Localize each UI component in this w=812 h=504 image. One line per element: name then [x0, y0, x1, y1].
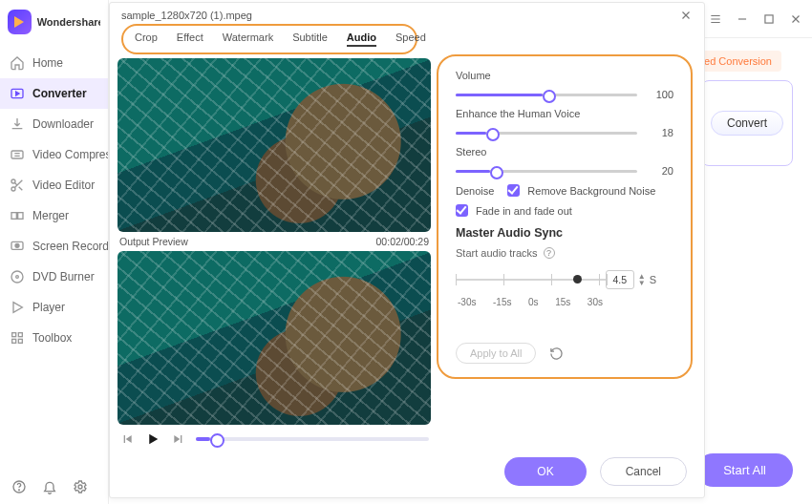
prev-frame-icon[interactable] [119, 431, 135, 447]
home-icon [10, 55, 25, 71]
fade-checkbox[interactable] [456, 204, 468, 217]
sidebar-item-recorder[interactable]: Screen Recorder [0, 231, 108, 262]
app-logo: Wondershare [0, 8, 108, 48]
brand-text: Wondershare [37, 16, 100, 28]
output-preview [118, 251, 431, 425]
download-icon [10, 116, 25, 132]
maximize-icon[interactable] [762, 12, 776, 26]
volume-slider[interactable] [456, 94, 637, 96]
svg-rect-5 [18, 213, 23, 220]
denoise-check-label: Remove Background Noise [527, 185, 655, 197]
preview-column: Output Preview 00:02/00:29 [110, 54, 431, 448]
svg-rect-11 [12, 333, 16, 337]
playback-slider[interactable] [196, 437, 429, 441]
play-button-icon[interactable] [144, 430, 161, 448]
stereo-value: 20 [649, 165, 673, 177]
preview-timestamp: 00:02/00:29 [376, 236, 429, 247]
modal-close-icon[interactable] [679, 9, 693, 22]
volume-label: Volume [456, 70, 673, 81]
system-icons [0, 470, 108, 504]
sidebar-item-downloader[interactable]: Downloader [0, 109, 108, 139]
sidebar-item-label: Toolbox [32, 331, 72, 345]
svg-rect-18 [765, 14, 773, 22]
svg-point-16 [19, 490, 20, 491]
master-sync-sub: Start audio tracks [456, 247, 538, 259]
svg-rect-4 [11, 213, 16, 220]
svg-point-17 [78, 485, 82, 489]
tick-label: 0s [528, 297, 539, 307]
sidebar-item-toolbox[interactable]: Toolbox [0, 323, 108, 353]
svg-point-3 [11, 187, 15, 191]
enhance-slider[interactable] [456, 132, 637, 135]
sidebar-item-dvd[interactable]: DVD Burner [0, 262, 108, 292]
compress-icon [10, 147, 25, 162]
scissors-icon [10, 178, 25, 193]
sidebar-item-compressor[interactable]: Video Compressor [0, 139, 108, 170]
sidebar-item-label: Video Compressor [32, 148, 108, 161]
sync-value-input[interactable]: 4.5 [606, 270, 634, 289]
bell-icon[interactable] [42, 479, 57, 494]
enhance-label: Enhance the Human Voice [456, 108, 673, 119]
output-preview-label: Output Preview [119, 236, 188, 247]
cancel-button[interactable]: Cancel [600, 457, 687, 486]
svg-rect-13 [12, 339, 16, 343]
svg-rect-1 [11, 151, 23, 158]
sidebar-item-home[interactable]: Home [0, 48, 108, 78]
gear-icon[interactable] [73, 479, 88, 494]
svg-point-2 [11, 179, 15, 183]
tab-crop[interactable]: Crop [135, 32, 158, 47]
disc-icon [10, 269, 25, 284]
sidebar-item-converter[interactable]: Converter [0, 78, 108, 109]
sidebar-item-label: Player [32, 301, 65, 314]
apply-to-all-button[interactable]: Apply to All [456, 343, 536, 364]
nav-list: Home Converter Downloader Video Compress… [0, 48, 108, 470]
tab-speed[interactable]: Speed [395, 32, 426, 47]
denoise-checkbox[interactable] [507, 184, 520, 197]
close-icon[interactable] [789, 12, 802, 26]
sidebar-item-label: Home [32, 56, 63, 70]
sidebar: Wondershare Home Converter Downloader Vi… [0, 0, 109, 504]
sidebar-item-player[interactable]: Player [0, 292, 108, 323]
tick-label: -30s [458, 297, 476, 307]
svg-point-7 [15, 243, 19, 247]
merge-icon [10, 208, 25, 223]
stereo-label: Stereo [456, 146, 673, 158]
tab-subtitle[interactable]: Subtitle [292, 32, 328, 47]
sync-unit: S [650, 274, 656, 285]
next-frame-icon[interactable] [171, 431, 186, 447]
sync-stepper[interactable]: ▲▼ [638, 273, 646, 286]
sidebar-item-label: Merger [32, 209, 69, 222]
record-icon [10, 239, 25, 254]
edit-modal: sample_1280x720 (1).mpeg Crop Effect Wat… [109, 2, 705, 498]
stereo-slider[interactable] [456, 170, 637, 173]
sidebar-item-editor[interactable]: Video Editor [0, 170, 108, 200]
svg-point-9 [16, 276, 19, 279]
ok-button[interactable]: OK [504, 457, 586, 486]
sidebar-item-label: Video Editor [32, 178, 95, 192]
logo-icon [8, 10, 32, 34]
reset-icon[interactable] [549, 346, 564, 361]
tick-label: -15s [493, 297, 511, 307]
source-preview [118, 58, 431, 232]
tab-watermark[interactable]: Watermark [223, 32, 273, 47]
svg-rect-12 [18, 333, 22, 337]
start-all-button[interactable]: Start All [696, 453, 793, 487]
volume-value: 100 [649, 89, 673, 100]
menu-icon[interactable] [709, 12, 722, 26]
enhance-value: 18 [649, 127, 673, 138]
sync-slider[interactable]: 4.5 ▲▼ S [456, 270, 673, 289]
sidebar-item-merger[interactable]: Merger [0, 200, 108, 231]
tab-audio[interactable]: Audio [347, 32, 376, 47]
master-sync-title: Master Audio Sync [456, 226, 673, 240]
play-icon [10, 300, 25, 315]
tab-effect[interactable]: Effect [177, 32, 203, 47]
sidebar-item-label: Converter [32, 87, 87, 100]
tick-label: 30s [588, 297, 603, 307]
svg-rect-14 [18, 339, 22, 343]
modal-title: sample_1280x720 (1).mpeg [121, 10, 252, 21]
help-hint-icon[interactable]: ? [544, 247, 555, 259]
help-icon[interactable] [11, 479, 27, 494]
svg-point-8 [11, 271, 23, 283]
minimize-icon[interactable] [736, 12, 749, 26]
convert-button[interactable]: Convert [711, 111, 783, 136]
